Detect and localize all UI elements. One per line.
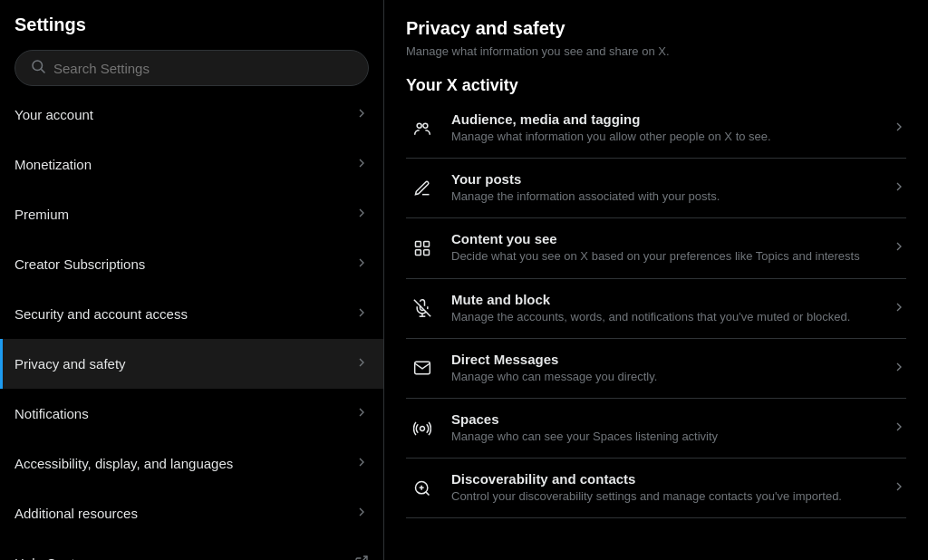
mute-icon [406,292,439,324]
item-desc: Decide what you see on X based on your p… [451,248,879,265]
chevron-right-icon [354,206,369,223]
content-item-direct-messages[interactable]: Direct MessagesManage who can message yo… [406,339,906,399]
sidebar-item-label: Privacy and safety [14,356,126,372]
svg-point-3 [417,123,421,128]
svg-line-14 [426,492,430,496]
sidebar-item-label: Help Center [14,555,87,560]
item-title: Content you see [451,231,879,246]
item-title: Mute and block [451,292,879,307]
chevron-right-icon [892,479,906,497]
item-desc: Manage what information you allow other … [451,129,879,145]
item-desc: Control your discoverability settings an… [451,488,879,505]
sidebar-item-label: Additional resources [14,506,138,521]
svg-line-1 [41,69,44,72]
item-title: Audience, media and tagging [451,111,879,127]
chevron-right-icon [354,355,369,372]
item-title: Discoverability and contacts [451,471,879,487]
svg-point-0 [33,61,43,71]
content-item-mute-block[interactable]: Mute and blockManage the accounts, words… [406,279,906,339]
search-wrapper [0,43,383,90]
search-icon [30,58,46,78]
item-desc: Manage the information associated with y… [451,188,879,205]
sidebar-item-label: Accessibility, display, and languages [14,456,233,471]
item-desc: Manage who can message you directly. [451,369,879,385]
item-desc: Manage the accounts, words, and notifica… [451,309,879,325]
section-title: Your X activity [406,76,906,95]
sidebar-item-label: Premium [14,207,69,222]
sidebar-item-label: Monetization [14,157,92,172]
sidebar-item-creator-subscriptions[interactable]: Creator Subscriptions [0,239,383,289]
svg-rect-5 [416,241,421,246]
search-input[interactable] [53,61,353,76]
sidebar-item-additional-resources[interactable]: Additional resources [0,488,383,538]
svg-rect-7 [416,250,421,256]
search-box[interactable] [14,50,369,86]
sidebar-title: Settings [0,0,383,43]
content-icon [406,232,439,265]
chevron-right-icon [354,505,369,522]
sidebar-item-premium[interactable]: Premium [0,189,383,239]
nav-list: Your accountMonetizationPremiumCreator S… [0,90,383,560]
sidebar-item-notifications[interactable]: Notifications [0,389,383,439]
sidebar-item-accessibility[interactable]: Accessibility, display, and languages [0,439,383,488]
chevron-right-icon [892,239,906,256]
svg-point-12 [420,426,425,430]
sidebar-item-label: Your account [14,107,93,122]
content-item-audience-media-tagging[interactable]: Audience, media and taggingManage what i… [406,99,906,159]
chevron-right-icon [892,420,906,437]
svg-point-4 [423,123,428,128]
chevron-right-icon [354,305,369,323]
external-link-icon [354,555,369,560]
chevron-right-icon [354,156,369,173]
chevron-right-icon [892,300,906,317]
chevron-right-icon [354,256,369,273]
content-item-discoverability[interactable]: Discoverability and contactsControl your… [406,459,906,518]
audience-icon [406,112,439,145]
item-title: Spaces [451,411,879,427]
sidebar-item-privacy-safety[interactable]: Privacy and safety [0,339,383,389]
chevron-right-icon [892,179,906,197]
sidebar-item-label: Creator Subscriptions [14,256,145,272]
content-item-your-posts[interactable]: Your postsManage the information associa… [406,159,906,218]
sidebar-item-label: Notifications [14,406,89,421]
sidebar-item-security-account-access[interactable]: Security and account access [0,289,383,339]
item-title: Direct Messages [451,352,879,367]
content-item-content-you-see[interactable]: Content you seeDecide what you see on X … [406,218,906,278]
discover-icon [406,472,439,505]
svg-rect-8 [424,250,430,256]
chevron-right-icon [892,360,906,377]
svg-rect-6 [424,241,430,246]
item-title: Your posts [451,171,879,187]
content-list: Audience, media and taggingManage what i… [406,99,906,518]
main-content: Privacy and safety Manage what informati… [384,0,928,560]
spaces-icon [406,412,439,445]
chevron-right-icon [354,106,369,123]
chevron-right-icon [354,455,369,472]
chevron-right-icon [354,405,369,422]
content-item-spaces[interactable]: SpacesManage who can see your Spaces lis… [406,399,906,459]
sidebar-item-monetization[interactable]: Monetization [0,140,383,189]
item-desc: Manage who can see your Spaces listening… [451,429,879,445]
chevron-right-icon [892,120,906,137]
dm-icon [406,352,439,384]
posts-icon [406,172,439,205]
sidebar-item-help-center[interactable]: Help Center [0,538,383,560]
main-subtitle: Manage what information you see and shar… [406,44,906,58]
sidebar-item-your-account[interactable]: Your account [0,90,383,140]
sidebar: Settings Your accountMonetizationPremium… [0,0,384,560]
main-title: Privacy and safety [406,18,906,39]
sidebar-item-label: Security and account access [14,306,188,322]
